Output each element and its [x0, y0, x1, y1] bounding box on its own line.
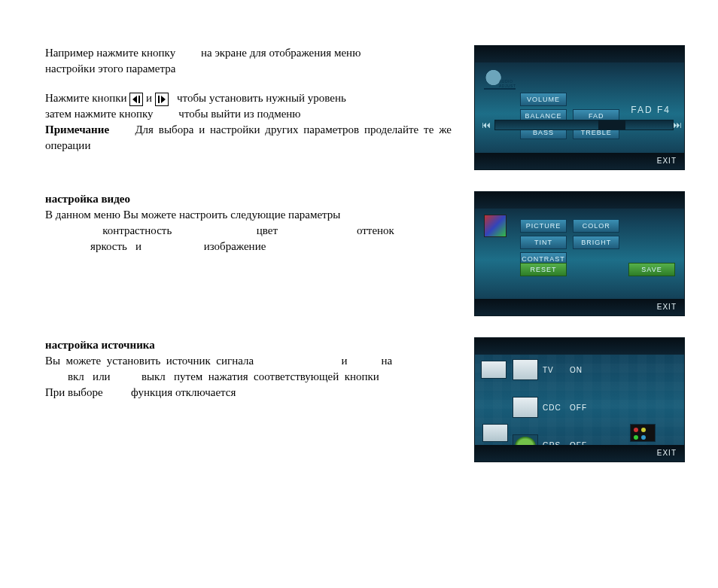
audio-adjust-icon: [484, 67, 516, 90]
exit-button[interactable]: EXIT: [475, 153, 684, 169]
src-cdc-state: OFF: [570, 404, 592, 412]
cdc-icon[interactable]: [513, 397, 538, 418]
p2-l2: контрастность цвет оттенок: [45, 223, 452, 239]
heading-source: настройка источника: [45, 337, 452, 353]
tint-button[interactable]: TINT: [520, 236, 567, 249]
wave-icon[interactable]: [482, 424, 508, 442]
p1-l3a: Нажмите кнопки: [45, 92, 127, 104]
video-adjust-icon: [484, 215, 507, 237]
reset-button[interactable]: RESET: [520, 263, 567, 276]
note-label: Примечание: [45, 123, 109, 136]
p2-l1: В данном меню Вы можете настроить следую…: [45, 207, 452, 223]
para-video-text: настройка видео В данном меню Вы можете …: [45, 191, 452, 316]
p1-l4a: затем нажмите кнопку: [45, 108, 154, 120]
p3-l2: вкл или выкл путем нажатия соответствующ…: [45, 369, 452, 385]
screen-topbar: [475, 338, 684, 355]
exit-button[interactable]: EXIT: [475, 445, 684, 462]
p1-l4b: чтобы выйти из подменю: [178, 108, 300, 120]
p1-l3c: чтобы установить нужный уровень: [177, 92, 346, 104]
p3-l1: Вы можете установить источник сигнала и …: [45, 353, 452, 369]
tv-icon[interactable]: [513, 359, 538, 380]
color-button[interactable]: COLOR: [573, 219, 619, 233]
p1-l3b: и: [146, 92, 152, 104]
prev-track-icon: [129, 93, 143, 106]
screen-topbar: [475, 46, 684, 62]
src-cdc-label: CDC: [543, 404, 565, 412]
exit-button[interactable]: EXIT: [475, 299, 684, 315]
src-tv-state: ON: [570, 366, 592, 374]
slider-thumb[interactable]: [598, 120, 625, 129]
para-source-text: настройка источника Вы можете установить…: [45, 337, 452, 462]
slider-next-icon[interactable]: ⏭: [672, 120, 683, 130]
picture-button[interactable]: PICTURE: [520, 219, 567, 233]
next-track-icon: [155, 93, 169, 106]
p3-l3: При выборе функция отключается: [45, 385, 452, 401]
slider-readout: FAD F4: [631, 105, 671, 115]
bright-button[interactable]: BRIGHT: [573, 236, 619, 249]
p1-l2: настройки этого параметра: [45, 61, 452, 77]
slider-track[interactable]: [494, 120, 674, 130]
screen-source-select: TV ON CDC OFF GPS OFF AUX ON: [474, 337, 685, 462]
screen-audio-adjust: VOLUME BALANCE FAD BASS TREBLE FAD F4 ⏮ …: [474, 45, 685, 170]
p2-l3: яркость и изображение: [45, 239, 452, 254]
dvd-drive-icon[interactable]: [481, 361, 507, 379]
para-audio-text: Например нажмите кнопку на экране для от…: [45, 45, 452, 170]
volume-button[interactable]: VOLUME: [520, 93, 567, 106]
p1-l1a: Например нажмите кнопку: [45, 47, 175, 59]
screen-topbar: [475, 192, 684, 209]
screen-video-adjust: PICTURE COLOR TINT BRIGHT CONTRAST RESET…: [474, 191, 685, 316]
av-jacks-icon[interactable]: [630, 424, 656, 442]
heading-video: настройка видео: [45, 191, 452, 207]
save-button[interactable]: SAVE: [628, 263, 675, 276]
src-tv-label: TV: [543, 366, 565, 374]
slider-prev-icon[interactable]: ⏮: [481, 120, 491, 130]
p1-l1b: на экране для отображения меню: [201, 47, 361, 59]
